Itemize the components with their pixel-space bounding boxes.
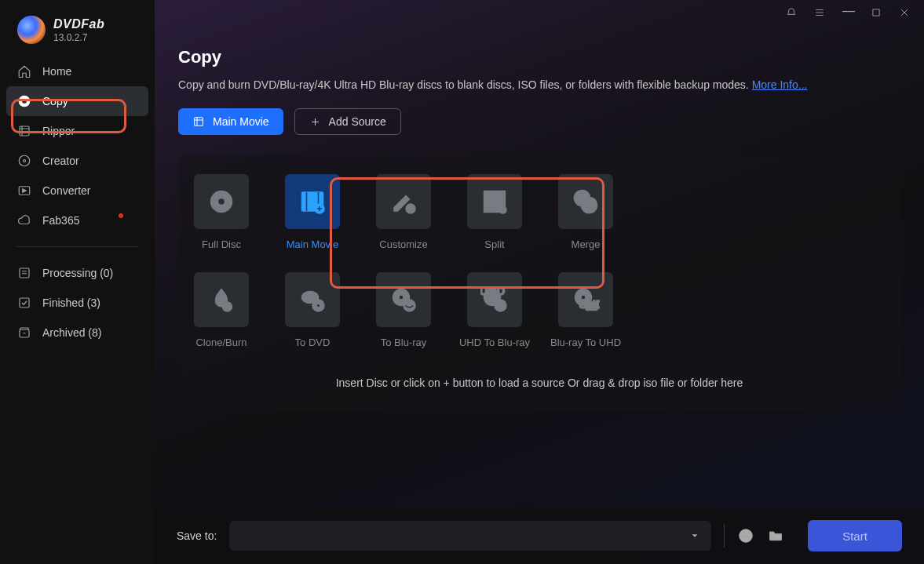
sidebar: DVDFab 13.0.2.7 Home Copy Ripper Creator… [0,0,155,564]
merge-icon [572,187,600,216]
svg-text:UHD: UHD [579,297,600,311]
svg-rect-9 [873,9,879,16]
sidebar-item-label: Copy [42,95,68,107]
content: Copy Copy and burn DVD/Blu-ray/4K Ultra … [155,16,924,564]
svg-text:UHD: UHD [480,286,505,297]
processing-icon [17,266,31,280]
footer-bar: Save to: ISO Start [155,508,924,564]
to-bluray-icon [389,286,418,314]
customize-icon [389,187,418,216]
svg-point-3 [19,155,30,166]
start-button[interactable]: Start [808,520,902,551]
mode-select-icon [192,115,205,128]
svg-point-26 [404,300,415,311]
notification-dot-icon [119,213,123,218]
sidebar-item-converter[interactable]: Converter [0,176,155,206]
svg-point-29 [495,300,506,311]
more-info-link[interactable]: More Info... [752,78,808,91]
disc-icon [17,94,31,108]
iso-button[interactable]: ISO [737,527,754,544]
titlebar: — [155,0,924,16]
svg-point-12 [218,198,225,206]
mode-row-2: Clone/Burn To DVD To Blu-ray UHD UHD To … [194,272,885,348]
bluray-to-uhd-icon: UHD [572,286,600,314]
sidebar-item-copy[interactable]: Copy [6,86,148,116]
logo: DVDFab 13.0.2.7 [0,16,155,56]
plus-icon [309,116,321,128]
sidebar-item-label: Finished (3) [42,297,100,309]
app-logo-icon [17,16,46,44]
sidebar-item-label: Home [42,65,71,78]
sidebar-item-finished[interactable]: Finished (3) [0,288,155,318]
save-to-label: Save to: [177,529,217,542]
main-movie-button[interactable]: Main Movie [178,108,283,135]
mode-main-movie[interactable]: Main Movie [285,174,340,250]
save-to-select[interactable] [229,521,711,551]
mode-clone-burn[interactable]: Clone/Burn [194,272,249,348]
mode-row-1: Full Disc Main Movie Customize Split Mer… [194,174,885,250]
home-icon [17,64,31,78]
svg-rect-7 [20,298,29,307]
svg-point-20 [223,302,232,311]
full-disc-icon [207,187,236,216]
chevron-down-icon [689,530,700,541]
divider [724,524,725,548]
svg-rect-2 [20,126,29,136]
cloud-icon [17,213,31,227]
page-title: Copy [178,47,900,67]
sidebar-item-label: Creator [42,155,79,167]
archived-icon [17,326,31,340]
sidebar-item-label: Fab365 [42,214,79,227]
mode-split[interactable]: Split [467,174,522,250]
dropzone-hint[interactable]: Insert Disc or click on + button to load… [194,370,885,395]
add-source-button[interactable]: Add Source [294,108,401,135]
svg-point-1 [23,100,27,104]
page-description: Copy and burn DVD/Blu-ray/4K Ultra HD Bl… [178,78,900,91]
app-version: 13.0.2.7 [53,32,104,43]
svg-rect-10 [195,118,203,126]
sidebar-item-processing[interactable]: Processing (0) [0,258,155,288]
finished-icon [17,296,31,310]
svg-point-25 [399,295,404,300]
sidebar-item-label: Archived (8) [42,326,101,339]
main-movie-icon [298,187,327,216]
svg-point-17 [499,206,506,213]
clone-burn-icon [207,286,236,314]
mode-uhd-to-bluray[interactable]: UHD UHD To Blu-ray [467,272,522,348]
mode-merge[interactable]: Merge [558,174,613,250]
sidebar-item-home[interactable]: Home [0,56,155,86]
svg-point-15 [406,204,415,213]
main-area: — Copy Copy and burn DVD/Blu-ray/4K Ultr… [155,0,924,564]
sidebar-item-creator[interactable]: Creator [0,146,155,176]
sidebar-item-label: Converter [42,184,90,197]
iso-icon: ISO [738,528,754,544]
mode-to-dvd[interactable]: To DVD [285,272,340,348]
mode-bluray-to-uhd[interactable]: UHD Blu-ray To UHD [558,272,613,348]
ripper-icon [17,124,31,138]
sidebar-item-ripper[interactable]: Ripper [0,116,155,146]
svg-rect-6 [20,268,29,278]
svg-point-4 [24,160,26,162]
creator-icon [17,154,31,168]
folder-button[interactable] [767,527,784,544]
mode-to-bluray[interactable]: To Blu-ray [376,272,431,348]
action-buttons: Main Movie Add Source [178,108,900,135]
converter-icon [17,184,31,198]
svg-point-19 [583,198,597,213]
folder-icon [768,528,783,544]
svg-point-23 [316,304,320,307]
to-dvd-icon [298,286,327,314]
divider [16,246,139,247]
app-name: DVDFab [53,17,104,31]
split-icon [480,187,509,216]
mode-full-disc[interactable]: Full Disc [194,174,249,250]
svg-text:ISO: ISO [742,534,751,539]
uhd-to-bluray-icon: UHD [480,286,509,314]
sidebar-item-label: Processing (0) [42,267,113,279]
sidebar-item-label: Ripper [42,125,75,137]
modes-panel: Full Disc Main Movie Customize Split Mer… [178,155,900,411]
mode-customize[interactable]: Customize [376,174,431,250]
sidebar-item-archived[interactable]: Archived (8) [0,318,155,347]
sidebar-item-fab365[interactable]: Fab365 [0,206,155,235]
